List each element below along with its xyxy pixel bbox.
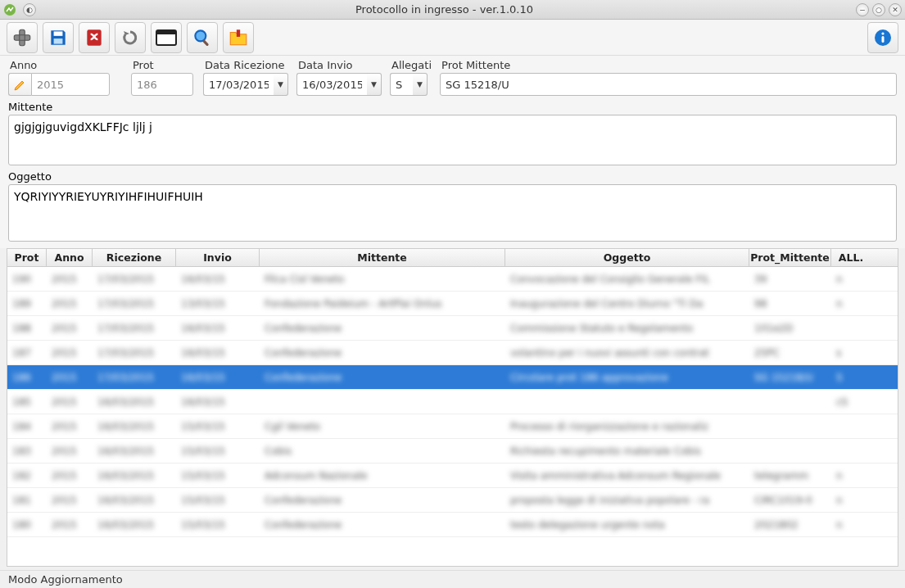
table-cell: 15/03/15 [176,491,260,509]
table-cell: Circolare prot 186 approvazione [505,369,749,387]
table-row[interactable]: 188201517/03/201516/03/15ConfederazioneC… [7,316,898,341]
table-cell: 2015 [47,344,93,362]
col-oggetto[interactable]: Oggetto [505,249,749,266]
table-cell [831,423,871,430]
table-cell [831,325,871,332]
table-cell: 187 [7,344,47,362]
save-button[interactable] [43,22,74,53]
table-cell: 185 [7,393,47,411]
table-row[interactable]: 182201516/03/201515/03/15Adconsum Nazion… [7,464,898,488]
window-menu-icon[interactable]: ◐ [23,3,36,16]
edit-icon[interactable] [8,73,31,96]
status-mode: Modo Aggiornamento [8,573,123,586]
table-cell: 15/03/15 [176,442,260,460]
statusbar: Modo Aggiornamento [0,570,905,588]
table-cell: 186 [7,369,47,387]
table-header: Prot Anno Ricezione Invio Mittente Ogget… [7,249,898,267]
table-cell: s [831,344,871,362]
table-row[interactable]: 185201516/03/201516/03/15cS [7,390,898,414]
data-invio-dropdown[interactable]: ▼ [367,73,382,96]
data-invio-input[interactable] [296,73,367,96]
svg-rect-9 [156,30,176,34]
table-cell: 16/03/2015 [93,393,176,411]
table-cell: 17/03/2015 [93,344,176,362]
table-cell: 16/03/15 [176,319,260,337]
table-cell: 16/03/15 [176,369,260,387]
table-row[interactable]: 186201517/03/201516/03/15ConfederazioneC… [7,365,898,390]
table-cell: SG 15218/U [749,369,831,387]
col-prot[interactable]: Prot [7,249,47,266]
prot-mittente-input[interactable] [440,73,897,96]
table-row[interactable]: 184201516/03/201515/03/15Cgil VenetoProc… [7,414,898,439]
table-cell: 16/03/2015 [93,467,176,485]
prot-input[interactable] [131,73,193,96]
table-row[interactable]: 183201516/03/201515/03/15CobisRichiesta … [7,439,898,464]
table-row[interactable]: 187201517/03/201516/03/15Confederazionev… [7,341,898,365]
table-cell: Confederazione [260,491,505,509]
oggetto-input[interactable] [8,184,897,242]
prot-mittente-label: Prot Mittente [440,59,897,71]
table-body[interactable]: 190201517/03/201516/03/15Filca Cisl Vene… [7,267,898,566]
window-mode-button[interactable] [151,22,182,53]
info-button[interactable] [867,22,898,53]
table-cell: telegramm [749,467,831,485]
table-cell: Confederazione [260,516,505,534]
results-table: Prot Anno Ricezione Invio Mittente Ogget… [7,248,898,567]
col-invio[interactable]: Invio [176,249,260,266]
table-cell: 16/03/2015 [93,491,176,509]
table-cell: Inaugurazione del Centro Diurno "Ti Da [505,295,749,313]
add-button[interactable] [7,22,38,53]
col-all[interactable]: ALL. [831,249,871,266]
allegati-select[interactable] [390,73,413,96]
table-cell: 16/03/2015 [93,418,176,436]
table-cell: volantino per i nuovi assunti con contra… [505,344,749,362]
table-cell [505,399,749,405]
mittente-input[interactable] [8,115,897,165]
table-cell: 2015 [47,295,93,313]
table-row[interactable]: 190201517/03/201516/03/15Filca Cisl Vene… [7,267,898,292]
table-row[interactable]: 189201517/03/201513/03/15Fondazione Paid… [7,292,898,316]
table-cell: cS [831,393,871,411]
table-cell: 2021802 [749,516,831,534]
table-cell: 183 [7,442,47,460]
col-ricezione[interactable]: Ricezione [93,249,176,266]
table-cell: 189 [7,295,47,313]
table-cell: Convocazione del Consiglio Generale FIL [505,270,749,288]
table-cell: 16/03/2015 [93,442,176,460]
table-cell: 17/03/2015 [93,319,176,337]
table-cell: n [831,295,871,313]
folder-button[interactable] [223,22,254,53]
table-row[interactable]: 180201516/03/201515/03/15Confederazionet… [7,513,898,537]
refresh-button[interactable] [115,22,146,53]
table-cell: 17/03/2015 [93,369,176,387]
col-anno[interactable]: Anno [47,249,93,266]
table-cell: n [831,467,871,485]
data-invio-label: Data Invio [296,59,382,71]
table-cell: 2015 [47,319,93,337]
table-cell: Confederazione [260,319,505,337]
pdf-button[interactable] [79,22,110,53]
table-cell: 182 [7,467,47,485]
svg-rect-2 [14,34,30,40]
close-button[interactable]: ✕ [889,3,902,16]
allegati-dropdown[interactable]: ▼ [413,73,428,96]
toolbar [0,20,905,56]
prot-label: Prot [131,59,195,71]
data-ricezione-input[interactable] [203,73,274,96]
table-cell: 2015 [47,467,93,485]
col-mittente[interactable]: Mittente [260,249,505,266]
table-cell: Cgil Veneto [260,418,505,436]
table-row[interactable]: 181201516/03/201515/03/15Confederazionep… [7,488,898,513]
maximize-button[interactable]: ○ [872,3,885,16]
table-cell: 16/03/2015 [93,516,176,534]
anno-input[interactable] [31,73,110,96]
data-ricezione-dropdown[interactable]: ▼ [274,73,288,96]
col-prot-mittente[interactable]: Prot_Mittente [749,249,831,266]
table-cell: 2015 [47,442,93,460]
table-cell: 16/03/15 [176,393,260,411]
minimize-button[interactable]: − [856,3,869,16]
table-cell: Filca Cisl Veneto [260,270,505,288]
table-cell: 101e2D [749,319,831,337]
search-button[interactable] [187,22,218,53]
table-cell: 2015 [47,418,93,436]
